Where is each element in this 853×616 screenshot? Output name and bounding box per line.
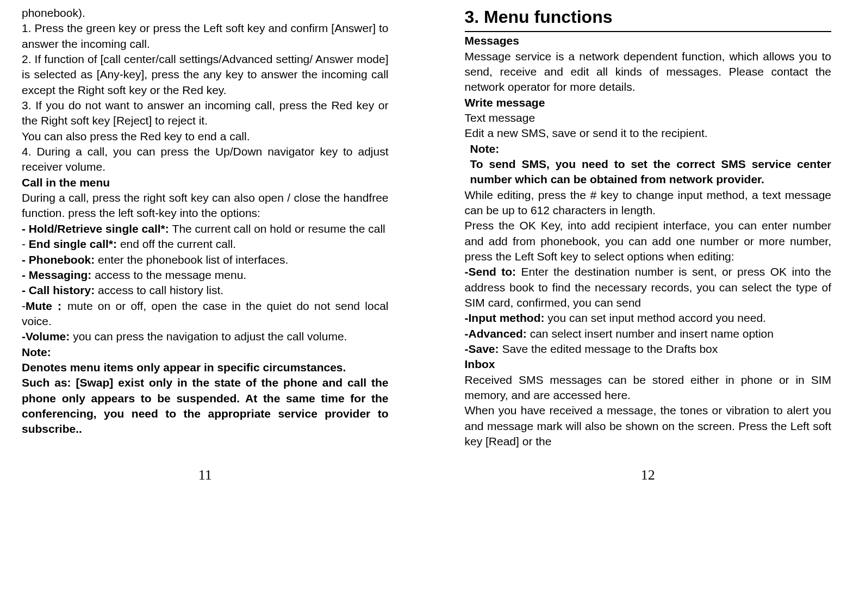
left-page: phonebook).1. Press the green key or pre…	[0, 5, 410, 485]
text-line: - Phonebook: enter the phonebook list of…	[22, 252, 389, 267]
section-divider	[465, 31, 832, 32]
line-prefix2: Mute：	[26, 300, 67, 312]
line-text: Save the edited message to the Drafts bo…	[502, 343, 718, 355]
text-line: Press the OK Key, into add recipient int…	[465, 218, 832, 264]
text-line: -Mute：mute on or off, open the case in t…	[22, 298, 389, 329]
line-text: you can press the navigation to adjust t…	[73, 330, 347, 343]
line-prefix: -Volume:	[22, 330, 73, 343]
left-content: phonebook).1. Press the green key or pre…	[22, 5, 389, 449]
text-line: phonebook).	[22, 5, 389, 21]
line-text: access to call history list.	[98, 284, 223, 296]
text-line: Edit a new SMS, save or send it to the r…	[465, 126, 832, 141]
line-text: The current call on hold or resume the c…	[172, 222, 385, 235]
line-text: end off the current call.	[120, 238, 236, 250]
line-prefix: -Save:	[465, 343, 502, 355]
page-spread: phonebook).1. Press the green key or pre…	[0, 5, 853, 485]
text-line: Inbox	[465, 357, 832, 372]
line-prefix: -Input method:	[465, 312, 548, 324]
line-text: enter the phonebook list of interfaces.	[98, 253, 288, 266]
right-page: 3. Menu functions MessagesMessage servic…	[443, 5, 854, 485]
text-line: -Send to: Enter the destination number i…	[465, 264, 832, 310]
line-text: can select insert number and insert name…	[530, 327, 774, 340]
right-content: 3. Menu functions MessagesMessage servic…	[465, 5, 832, 449]
text-line: - Hold/Retrieve single call*: The curren…	[22, 221, 389, 237]
text-line: Denotes menu items only appear in specif…	[22, 360, 389, 375]
text-line: -Volume: you can press the navigation to…	[22, 329, 389, 344]
text-line: Note:	[22, 345, 389, 360]
line-prefix2: End single call*:	[29, 238, 120, 250]
text-line: -Save: Save the edited message to the Dr…	[465, 341, 832, 357]
line-prefix: - Messaging:	[22, 269, 95, 281]
line-prefix: -	[22, 300, 26, 312]
line-prefix: - Call history:	[22, 284, 98, 296]
text-line: 1. Press the green key or press the Left…	[22, 21, 389, 52]
text-line: 4. During a call, you can press the Up/D…	[22, 144, 389, 175]
line-text: you can set input method accord you need…	[547, 312, 766, 324]
section-title: 3. Menu functions	[465, 5, 832, 29]
text-line: -Input method: you can set input method …	[465, 310, 832, 326]
text-line: Text message	[465, 110, 832, 126]
left-page-number: 11	[22, 465, 389, 484]
text-line: Received SMS messages can be stored eith…	[465, 372, 832, 403]
line-prefix: -Send to:	[465, 265, 521, 278]
text-line: 2. If function of [call center/call sett…	[22, 52, 389, 98]
text-line: Note:	[465, 141, 832, 157]
text-line: Such as: [Swap] exist only in the state …	[22, 375, 389, 437]
text-line: - End single call*: end off the current …	[22, 237, 389, 252]
text-line: You can also press the Red key to end a …	[22, 129, 389, 144]
line-text: access to the message menu.	[95, 269, 246, 281]
line-text: mute on or off, open the case in the qui…	[22, 300, 389, 327]
right-page-number: 12	[465, 465, 832, 484]
line-prefix: - Phonebook:	[22, 253, 98, 266]
text-line: While editing, press the # key to change…	[465, 188, 832, 219]
text-line: Write message	[465, 95, 832, 110]
text-line: To send SMS, you need to set the correct…	[465, 157, 832, 188]
text-line: Messages	[465, 33, 832, 48]
line-prefix: - Hold/Retrieve single call*:	[22, 222, 172, 235]
text-line: Message service is a network dependent f…	[465, 49, 832, 95]
text-line: -Advanced: can select insert number and …	[465, 326, 832, 341]
text-line: Call in the menu	[22, 175, 389, 190]
text-line: 3. If you do not want to answer an incom…	[22, 98, 389, 129]
text-line: When you have received a message, the to…	[465, 403, 832, 449]
text-line: - Messaging: access to the message menu.	[22, 267, 389, 283]
text-line: - Call history: access to call history l…	[22, 283, 389, 298]
line-prefix: -Advanced:	[465, 327, 530, 340]
line-prefix: -	[22, 238, 29, 250]
text-line: During a call, press the right soft key …	[22, 190, 389, 221]
